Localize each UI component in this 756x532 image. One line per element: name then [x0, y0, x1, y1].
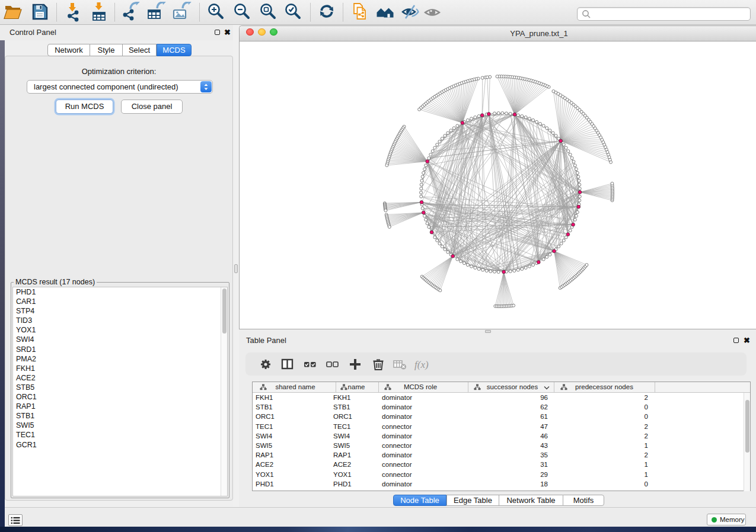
svg-text:f(x): f(x) — [414, 359, 429, 370]
